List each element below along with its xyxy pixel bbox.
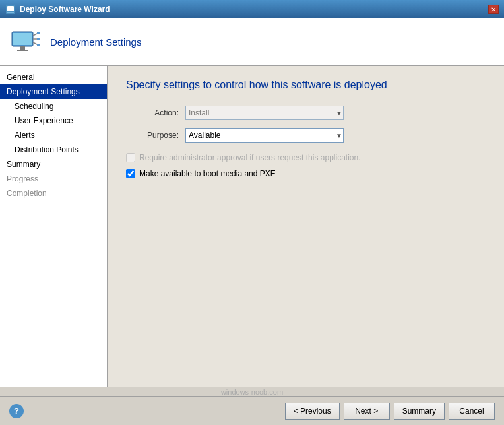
- require-approval-checkbox[interactable]: [126, 153, 135, 162]
- svg-rect-4: [13, 33, 32, 45]
- watermark-bar: windows-noob.com: [0, 387, 504, 396]
- window-body: Deployment Settings General Deployment S…: [0, 18, 504, 425]
- content-area: General Deployment Settings Scheduling U…: [0, 66, 504, 387]
- svg-rect-12: [37, 44, 40, 46]
- header-title: Deployment Settings: [50, 36, 141, 48]
- action-label: Action:: [126, 108, 179, 117]
- title-bar: Deploy Software Wizard ✕: [0, 0, 504, 18]
- cancel-button[interactable]: Cancel: [449, 403, 495, 420]
- sidebar-item-summary[interactable]: Summary: [0, 157, 107, 172]
- purpose-label: Purpose:: [126, 131, 179, 140]
- svg-rect-11: [37, 38, 40, 40]
- require-approval-label: Require administrator approval if users …: [139, 153, 361, 162]
- header-area: Deployment Settings: [0, 18, 504, 66]
- close-button[interactable]: ✕: [488, 5, 499, 14]
- next-button[interactable]: Next >: [344, 403, 390, 420]
- title-bar-text: Deploy Software Wizard: [20, 5, 110, 14]
- svg-rect-2: [7, 12, 14, 13]
- purpose-row: Purpose: Available Required ▼: [126, 128, 486, 143]
- action-dropdown-wrapper: Install ▼: [185, 106, 344, 120]
- sidebar-item-scheduling[interactable]: Scheduling: [0, 99, 107, 114]
- svg-rect-10: [37, 32, 40, 34]
- sidebar-item-deployment-settings[interactable]: Deployment Settings: [0, 84, 107, 99]
- sidebar-item-general[interactable]: General: [0, 70, 107, 84]
- previous-button[interactable]: < Previous: [285, 403, 340, 420]
- sidebar-item-distribution-points[interactable]: Distribution Points: [0, 143, 107, 157]
- sidebar-item-alerts[interactable]: Alerts: [0, 128, 107, 143]
- summary-button[interactable]: Summary: [394, 403, 445, 420]
- sidebar-item-user-experience[interactable]: User Experience: [0, 114, 107, 128]
- main-content: Specify settings to control how this sof…: [108, 66, 504, 387]
- require-approval-row: Require administrator approval if users …: [126, 153, 486, 162]
- boot-media-label: Make available to boot media and PXE: [139, 169, 276, 178]
- boot-media-row: Make available to boot media and PXE: [126, 169, 486, 178]
- sidebar: General Deployment Settings Scheduling U…: [0, 66, 108, 387]
- action-row: Action: Install ▼: [126, 106, 486, 120]
- watermark-text: windows-noob.com: [221, 388, 283, 396]
- bottom-bar: ? < Previous Next > Summary Cancel: [0, 396, 504, 425]
- purpose-dropdown-wrapper: Available Required ▼: [185, 128, 344, 143]
- sidebar-item-completion: Completion: [0, 186, 107, 201]
- wizard-icon: [5, 4, 16, 15]
- svg-rect-6: [17, 50, 28, 51]
- deployment-icon: [9, 26, 41, 58]
- sidebar-item-progress: Progress: [0, 172, 107, 186]
- svg-rect-5: [20, 46, 25, 50]
- section-title: Specify settings to control how this sof…: [126, 79, 486, 91]
- checkbox-section: Require administrator approval if users …: [126, 153, 486, 178]
- purpose-dropdown[interactable]: Available Required: [185, 128, 344, 143]
- help-button[interactable]: ?: [9, 404, 24, 418]
- boot-media-checkbox[interactable]: [126, 169, 135, 178]
- action-dropdown[interactable]: Install: [185, 106, 344, 120]
- svg-rect-1: [7, 6, 14, 11]
